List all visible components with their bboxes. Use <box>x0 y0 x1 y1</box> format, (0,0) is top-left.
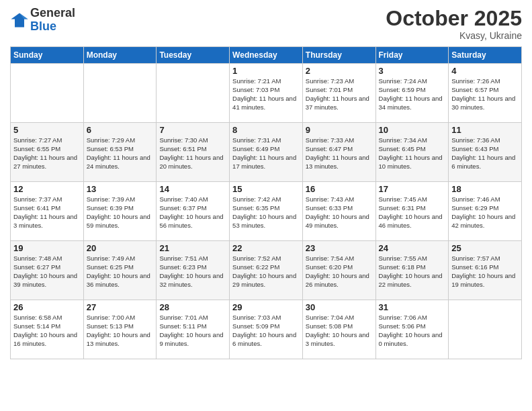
day-number: 9 <box>306 125 373 135</box>
day-number: 14 <box>159 184 226 194</box>
day-number: 18 <box>451 184 519 194</box>
table-row: 21Sunrise: 7:51 AM Sunset: 6:23 PM Dayli… <box>157 241 230 300</box>
logo-icon <box>10 11 29 30</box>
table-row <box>157 64 230 123</box>
day-info: Sunrise: 7:52 AM Sunset: 6:22 PM Dayligh… <box>232 255 300 289</box>
week-row-3: 19Sunrise: 7:48 AM Sunset: 6:27 PM Dayli… <box>11 241 522 300</box>
calendar: Sunday Monday Tuesday Wednesday Thursday… <box>10 46 522 359</box>
day-number: 10 <box>379 125 446 135</box>
day-number: 22 <box>232 243 300 253</box>
day-info: Sunrise: 7:29 AM Sunset: 6:53 PM Dayligh… <box>87 136 154 171</box>
month-title: October 2025 <box>386 7 522 30</box>
day-number: 24 <box>379 243 446 253</box>
day-info: Sunrise: 7:51 AM Sunset: 6:23 PM Dayligh… <box>159 255 226 289</box>
logo-text: General Blue <box>30 7 75 34</box>
day-info: Sunrise: 7:46 AM Sunset: 6:29 PM Dayligh… <box>451 195 519 230</box>
day-info: Sunrise: 7:30 AM Sunset: 6:51 PM Dayligh… <box>159 136 226 171</box>
day-number: 6 <box>87 125 154 135</box>
day-info: Sunrise: 7:49 AM Sunset: 6:25 PM Dayligh… <box>87 255 154 289</box>
day-number: 21 <box>159 243 226 253</box>
table-row: 26Sunrise: 6:58 AM Sunset: 5:14 PM Dayli… <box>11 300 84 359</box>
col-friday: Friday <box>375 47 449 64</box>
day-info: Sunrise: 7:06 AM Sunset: 5:06 PM Dayligh… <box>379 314 446 348</box>
table-row: 30Sunrise: 7:04 AM Sunset: 5:08 PM Dayli… <box>302 300 375 359</box>
table-row: 10Sunrise: 7:34 AM Sunset: 6:45 PM Dayli… <box>375 123 449 182</box>
table-row: 4Sunrise: 7:26 AM Sunset: 6:57 PM Daylig… <box>449 64 522 123</box>
day-number: 4 <box>451 66 519 76</box>
table-row: 5Sunrise: 7:27 AM Sunset: 6:55 PM Daylig… <box>11 123 84 182</box>
day-info: Sunrise: 7:33 AM Sunset: 6:47 PM Dayligh… <box>306 136 373 171</box>
day-info: Sunrise: 7:37 AM Sunset: 6:41 PM Dayligh… <box>13 195 81 230</box>
day-number: 29 <box>232 302 300 312</box>
table-row: 23Sunrise: 7:54 AM Sunset: 6:20 PM Dayli… <box>302 241 375 300</box>
table-row: 7Sunrise: 7:30 AM Sunset: 6:51 PM Daylig… <box>157 123 230 182</box>
day-number: 16 <box>306 184 373 194</box>
page: General Blue October 2025 Kvasy, Ukraine… <box>0 0 532 411</box>
day-number: 1 <box>232 66 300 76</box>
week-row-2: 12Sunrise: 7:37 AM Sunset: 6:41 PM Dayli… <box>11 182 522 241</box>
table-row: 29Sunrise: 7:03 AM Sunset: 5:09 PM Dayli… <box>230 300 303 359</box>
day-number: 12 <box>13 184 81 194</box>
day-number: 17 <box>379 184 446 194</box>
day-info: Sunrise: 6:58 AM Sunset: 5:14 PM Dayligh… <box>13 314 81 348</box>
day-info: Sunrise: 7:39 AM Sunset: 6:39 PM Dayligh… <box>87 195 154 230</box>
day-number: 15 <box>232 184 300 194</box>
logo-blue: Blue <box>30 20 75 34</box>
col-tuesday: Tuesday <box>157 47 230 64</box>
table-row: 3Sunrise: 7:24 AM Sunset: 6:59 PM Daylig… <box>375 64 449 123</box>
col-sunday: Sunday <box>11 47 84 64</box>
table-row: 17Sunrise: 7:45 AM Sunset: 6:31 PM Dayli… <box>375 182 449 241</box>
day-number: 26 <box>13 302 81 312</box>
table-row <box>449 300 522 359</box>
location: Kvasy, Ukraine <box>386 30 522 41</box>
day-info: Sunrise: 7:27 AM Sunset: 6:55 PM Dayligh… <box>13 136 81 171</box>
day-info: Sunrise: 7:21 AM Sunset: 7:03 PM Dayligh… <box>232 77 300 111</box>
table-row: 15Sunrise: 7:42 AM Sunset: 6:35 PM Dayli… <box>230 182 303 241</box>
day-number: 23 <box>306 243 373 253</box>
table-row: 12Sunrise: 7:37 AM Sunset: 6:41 PM Dayli… <box>11 182 84 241</box>
day-info: Sunrise: 7:03 AM Sunset: 5:09 PM Dayligh… <box>232 314 300 348</box>
day-info: Sunrise: 7:43 AM Sunset: 6:33 PM Dayligh… <box>306 195 373 230</box>
day-info: Sunrise: 7:00 AM Sunset: 5:13 PM Dayligh… <box>87 314 154 348</box>
day-number: 5 <box>13 125 81 135</box>
day-info: Sunrise: 7:45 AM Sunset: 6:31 PM Dayligh… <box>379 195 446 230</box>
table-row: 31Sunrise: 7:06 AM Sunset: 5:06 PM Dayli… <box>375 300 449 359</box>
day-number: 3 <box>379 66 446 76</box>
logo-general: General <box>30 7 75 20</box>
day-info: Sunrise: 7:26 AM Sunset: 6:57 PM Dayligh… <box>451 77 519 111</box>
title-block: October 2025 Kvasy, Ukraine <box>386 7 522 41</box>
day-number: 2 <box>306 66 373 76</box>
day-info: Sunrise: 7:23 AM Sunset: 7:01 PM Dayligh… <box>306 77 373 111</box>
week-row-4: 26Sunrise: 6:58 AM Sunset: 5:14 PM Dayli… <box>11 300 522 359</box>
day-number: 20 <box>87 243 154 253</box>
table-row: 8Sunrise: 7:31 AM Sunset: 6:49 PM Daylig… <box>230 123 303 182</box>
header: General Blue October 2025 Kvasy, Ukraine <box>10 7 522 41</box>
table-row: 6Sunrise: 7:29 AM Sunset: 6:53 PM Daylig… <box>83 123 157 182</box>
table-row: 22Sunrise: 7:52 AM Sunset: 6:22 PM Dayli… <box>230 241 303 300</box>
table-row: 19Sunrise: 7:48 AM Sunset: 6:27 PM Dayli… <box>11 241 84 300</box>
table-row <box>83 64 157 123</box>
svg-marker-0 <box>11 13 28 27</box>
table-row: 18Sunrise: 7:46 AM Sunset: 6:29 PM Dayli… <box>449 182 522 241</box>
table-row: 1Sunrise: 7:21 AM Sunset: 7:03 PM Daylig… <box>230 64 303 123</box>
table-row <box>11 64 84 123</box>
day-info: Sunrise: 7:36 AM Sunset: 6:43 PM Dayligh… <box>451 136 519 171</box>
header-row: Sunday Monday Tuesday Wednesday Thursday… <box>11 47 522 64</box>
table-row: 9Sunrise: 7:33 AM Sunset: 6:47 PM Daylig… <box>302 123 375 182</box>
day-info: Sunrise: 7:42 AM Sunset: 6:35 PM Dayligh… <box>232 195 300 230</box>
logo: General Blue <box>10 7 75 34</box>
day-info: Sunrise: 7:24 AM Sunset: 6:59 PM Dayligh… <box>379 77 446 111</box>
table-row: 11Sunrise: 7:36 AM Sunset: 6:43 PM Dayli… <box>449 123 522 182</box>
table-row: 27Sunrise: 7:00 AM Sunset: 5:13 PM Dayli… <box>83 300 157 359</box>
day-number: 25 <box>451 243 519 253</box>
table-row: 28Sunrise: 7:01 AM Sunset: 5:11 PM Dayli… <box>157 300 230 359</box>
day-info: Sunrise: 7:04 AM Sunset: 5:08 PM Dayligh… <box>306 314 373 348</box>
table-row: 13Sunrise: 7:39 AM Sunset: 6:39 PM Dayli… <box>83 182 157 241</box>
day-number: 13 <box>87 184 154 194</box>
day-number: 30 <box>306 302 373 312</box>
col-saturday: Saturday <box>449 47 522 64</box>
day-number: 11 <box>451 125 519 135</box>
table-row: 2Sunrise: 7:23 AM Sunset: 7:01 PM Daylig… <box>302 64 375 123</box>
day-info: Sunrise: 7:40 AM Sunset: 6:37 PM Dayligh… <box>159 195 226 230</box>
table-row: 14Sunrise: 7:40 AM Sunset: 6:37 PM Dayli… <box>157 182 230 241</box>
